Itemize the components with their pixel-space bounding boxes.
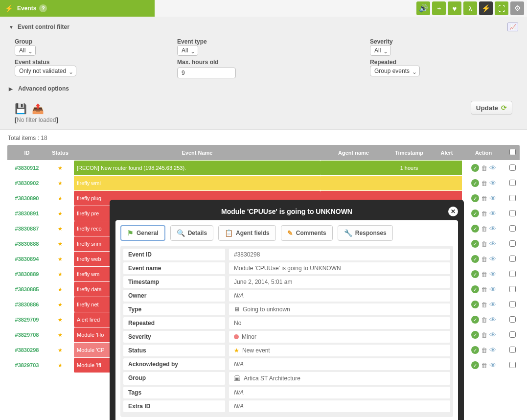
event-id[interactable]: #3830298 [7, 343, 46, 357]
col-ts[interactable]: Timestamp [387, 145, 432, 160]
view-icon[interactable]: 👁 [489, 255, 496, 263]
delete-icon[interactable]: 🗑 [481, 195, 487, 202]
event-id[interactable]: #3830888 [7, 236, 46, 251]
table-row[interactable]: #3830902★firefly wmi✓🗑👁 [7, 176, 520, 190]
view-icon[interactable]: 👁 [489, 240, 496, 248]
col-action[interactable]: Action [462, 145, 505, 160]
delete-icon[interactable]: 🗑 [481, 271, 487, 278]
fullscreen-icon[interactable]: ⛶ [495, 1, 508, 15]
event-id[interactable]: #3830912 [7, 161, 46, 175]
row-checkbox[interactable] [509, 316, 516, 323]
validate-icon[interactable]: ✓ [471, 225, 479, 233]
row-checkbox[interactable] [509, 301, 516, 307]
view-icon[interactable]: 👁 [489, 301, 496, 308]
event-id[interactable]: #3830886 [7, 297, 46, 312]
row-checkbox[interactable] [509, 210, 516, 216]
row-checkbox[interactable] [509, 195, 516, 201]
validate-icon[interactable]: ✓ [471, 179, 479, 187]
status-select[interactable]: Only not validated [15, 66, 76, 76]
validate-icon[interactable]: ✓ [471, 331, 479, 339]
delete-icon[interactable]: 🗑 [481, 225, 487, 233]
view-icon[interactable]: 👁 [489, 285, 496, 293]
col-name[interactable]: Event Name [74, 145, 321, 160]
load-filter-icon[interactable]: 📤 [32, 103, 44, 115]
view-icon[interactable]: 👁 [489, 194, 496, 202]
delete-icon[interactable]: 🗑 [481, 256, 487, 263]
view-icon[interactable]: 👁 [489, 164, 496, 172]
max-hours-input[interactable] [177, 68, 236, 78]
event-id[interactable]: #3830902 [7, 176, 46, 190]
severity-select[interactable]: All [370, 45, 391, 56]
advanced-options[interactable]: ▶ Advanced options [0, 81, 527, 94]
rss-icon[interactable]: λ [463, 1, 477, 15]
event-id[interactable]: #3830889 [7, 267, 46, 281]
delete-icon[interactable]: 🗑 [481, 301, 487, 308]
delete-icon[interactable]: 🗑 [481, 164, 487, 172]
row-checkbox[interactable] [509, 256, 516, 262]
event-id[interactable]: #3829708 [7, 327, 46, 342]
delete-icon[interactable]: 🗑 [481, 210, 487, 217]
validate-icon[interactable]: ✓ [471, 270, 479, 278]
sound-icon[interactable]: 🔊 [416, 1, 430, 15]
col-checkbox-header[interactable] [505, 145, 520, 160]
validate-icon[interactable]: ✓ [471, 240, 479, 248]
row-checkbox[interactable] [509, 225, 516, 232]
event-id[interactable]: #3829703 [7, 358, 46, 373]
heart-icon[interactable]: ♥ [448, 1, 461, 15]
filter-header[interactable]: ▼ Event control filter 📈 [0, 17, 527, 33]
delete-icon[interactable]: 🗑 [481, 316, 487, 324]
tab-comments[interactable]: ✎Comments [281, 225, 333, 241]
tab-responses[interactable]: 🔧Responses [338, 225, 393, 241]
delete-icon[interactable]: 🗑 [481, 331, 487, 339]
row-checkbox[interactable] [509, 164, 516, 171]
view-icon[interactable]: 👁 [489, 270, 496, 278]
col-agent[interactable]: Agent name [321, 145, 387, 160]
view-icon[interactable]: 👁 [489, 210, 496, 217]
validate-icon[interactable]: ✓ [471, 285, 479, 293]
tab-general[interactable]: ⚑General [120, 225, 165, 241]
close-button[interactable]: ✕ [448, 207, 458, 216]
repeated-select[interactable]: Group events [370, 66, 420, 76]
graph-toggle-icon[interactable]: 📈 [507, 23, 518, 31]
validate-icon[interactable]: ✓ [471, 210, 479, 217]
row-checkbox[interactable] [509, 347, 516, 353]
validate-icon[interactable]: ✓ [471, 301, 479, 308]
help-icon[interactable]: ? [39, 4, 47, 12]
select-all-checkbox[interactable] [509, 149, 516, 155]
col-status[interactable]: Status [46, 145, 74, 160]
bolt-icon[interactable]: ⚡ [479, 1, 493, 15]
event-id[interactable]: #3830891 [7, 206, 46, 221]
view-icon[interactable]: 👁 [489, 361, 496, 369]
table-row[interactable]: #3830912★[RECON] New router found (198.2… [7, 161, 520, 175]
group-select[interactable]: All [15, 45, 36, 56]
delete-icon[interactable]: 🗑 [481, 286, 487, 293]
delete-icon[interactable]: 🗑 [481, 240, 487, 248]
row-checkbox[interactable] [509, 271, 516, 277]
col-alert[interactable]: Alert [432, 145, 462, 160]
event-id[interactable]: #3829709 [7, 312, 46, 327]
view-icon[interactable]: 👁 [489, 346, 496, 354]
delete-icon[interactable]: 🗑 [481, 347, 487, 354]
row-checkbox[interactable] [509, 286, 516, 292]
view-icon[interactable]: 👁 [489, 316, 496, 324]
tab-agent-fields[interactable]: 📋Agent fields [218, 225, 276, 241]
validate-icon[interactable]: ✓ [471, 164, 479, 172]
col-id[interactable]: ID [7, 145, 46, 160]
view-icon[interactable]: 👁 [489, 225, 496, 233]
chart-icon[interactable]: ⌁ [432, 1, 446, 15]
delete-icon[interactable]: 🗑 [481, 362, 487, 369]
update-button[interactable]: Update ⟳ [471, 101, 512, 115]
view-icon[interactable]: 👁 [489, 331, 496, 339]
row-checkbox[interactable] [509, 240, 516, 247]
row-checkbox[interactable] [509, 362, 516, 368]
validate-icon[interactable]: ✓ [471, 361, 479, 369]
settings-icon[interactable]: ⚙ [510, 1, 524, 15]
event-id[interactable]: #3830894 [7, 252, 46, 266]
event-id[interactable]: #3830887 [7, 221, 46, 236]
event-type-select[interactable]: All [177, 45, 198, 56]
save-filter-icon[interactable]: 💾 [15, 103, 27, 115]
event-id[interactable]: #3830890 [7, 191, 46, 206]
validate-icon[interactable]: ✓ [471, 346, 479, 354]
view-icon[interactable]: 👁 [489, 179, 496, 187]
row-checkbox[interactable] [509, 331, 516, 338]
